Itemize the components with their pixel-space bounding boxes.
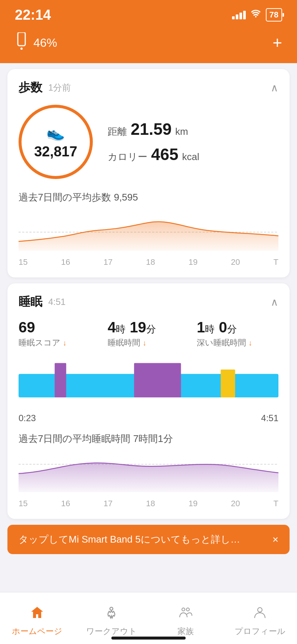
deep-sleep-label: 深い睡眠時間 ↓ xyxy=(197,337,278,348)
status-time: 22:14 xyxy=(15,7,51,23)
header-bar: 46% + xyxy=(0,30,297,63)
sleep-time-down-arrow: ↓ xyxy=(143,339,146,347)
sleep-card: 睡眠 4:51 ∧ 69 睡眠スコア ↓ 4時 19分 睡眠時間 ↓ xyxy=(7,283,290,519)
distance-value: 21.59 xyxy=(131,120,172,139)
sleep-bar-chart xyxy=(19,359,278,407)
steps-count: 32,817 xyxy=(34,144,77,160)
sleep-time-metric: 4時 19分 睡眠時間 ↓ xyxy=(108,319,189,348)
sleep-score-label: 睡眠スコア ↓ xyxy=(19,337,100,348)
sleep-metrics: 69 睡眠スコア ↓ 4時 19分 睡眠時間 ↓ 1時 0分 xyxy=(19,319,278,348)
sleep-collapse-button[interactable]: ∧ xyxy=(271,296,278,308)
home-indicator xyxy=(111,637,186,640)
status-bar: 22:14 78 xyxy=(0,0,297,30)
toast-close-button[interactable]: × xyxy=(272,534,278,546)
score-down-arrow: ↓ xyxy=(63,339,66,347)
sleep-subtitle: 4:51 xyxy=(48,297,66,307)
toast-notification[interactable]: タップしてMi Smart Band 5についてもっと詳し… × xyxy=(7,525,290,554)
sleep-title: 睡眠 xyxy=(19,294,42,310)
steps-subtitle: 1分前 xyxy=(48,82,71,94)
nav-profile-label: プロフィール xyxy=(235,626,285,637)
calorie-unit: kcal xyxy=(182,151,199,163)
deep-sleep-value: 1時 0分 xyxy=(197,319,278,336)
steps-title: 歩数 xyxy=(19,79,42,96)
steps-avg-label: 過去7日間の平均歩数 9,595 xyxy=(19,191,278,204)
svg-rect-4 xyxy=(55,363,66,397)
calorie-row: カロリー 465 kcal xyxy=(108,145,199,164)
steps-chart-labels: 15 16 17 18 19 20 T xyxy=(19,257,278,267)
bottom-nav: ホームページ ワークアウト 家族 プロフィール xyxy=(0,592,297,644)
device-info: 46% xyxy=(15,32,57,53)
footprint-icon: 👟 xyxy=(46,124,65,142)
steps-stats: 距離 21.59 km カロリー 465 kcal xyxy=(108,120,199,164)
sleep-time-value: 4時 19分 xyxy=(108,319,189,336)
sleep-time-labels: 0:23 4:51 xyxy=(19,413,278,423)
family-icon xyxy=(179,605,193,623)
svg-rect-5 xyxy=(134,363,181,397)
nav-family-label: 家族 xyxy=(177,626,194,637)
steps-circle: 👟 32,817 xyxy=(19,105,93,179)
svg-point-9 xyxy=(182,608,185,611)
status-icons: 78 xyxy=(232,8,282,22)
sleep-card-header: 睡眠 4:51 ∧ xyxy=(19,294,278,310)
sleep-start-time: 0:23 xyxy=(19,413,36,423)
device-percent: 46% xyxy=(33,36,57,50)
battery-indicator: 78 xyxy=(266,8,282,22)
signal-icon xyxy=(232,11,246,19)
steps-card-header: 歩数 1分前 ∧ xyxy=(19,79,278,96)
deep-sleep-metric: 1時 0分 深い睡眠時間 ↓ xyxy=(197,319,278,348)
svg-point-1 xyxy=(20,48,23,50)
svg-rect-0 xyxy=(18,32,25,46)
nav-home-label: ホームページ xyxy=(12,626,62,637)
svg-point-8 xyxy=(110,607,113,610)
workout-icon xyxy=(104,605,118,623)
sleep-chart-labels: 15 16 17 18 19 20 T xyxy=(19,499,278,508)
device-icon xyxy=(15,32,28,53)
nav-workout-label: ワークアウト xyxy=(86,626,137,637)
deep-sleep-down-arrow: ↓ xyxy=(248,339,252,347)
distance-unit: km xyxy=(175,126,188,137)
calorie-label: カロリー xyxy=(108,150,147,163)
steps-main: 👟 32,817 距離 21.59 km カロリー 465 kcal xyxy=(19,105,278,179)
svg-point-10 xyxy=(186,608,189,611)
steps-chart xyxy=(19,210,278,254)
sleep-time-label: 睡眠時間 ↓ xyxy=(108,337,189,348)
sleep-score-value: 69 xyxy=(19,319,100,336)
svg-rect-6 xyxy=(221,370,235,397)
sleep-avg-label: 過去7日間の平均睡眠時間 7時間1分 xyxy=(19,432,278,445)
profile-icon xyxy=(253,605,267,623)
sleep-weekly-chart xyxy=(19,451,278,496)
home-icon xyxy=(30,605,44,623)
wifi-icon xyxy=(250,9,261,21)
distance-label: 距離 xyxy=(108,125,127,138)
nav-profile[interactable]: プロフィール xyxy=(223,592,297,644)
svg-point-11 xyxy=(258,608,262,612)
steps-collapse-button[interactable]: ∧ xyxy=(271,82,278,94)
nav-home[interactable]: ホームページ xyxy=(0,592,74,644)
distance-row: 距離 21.59 km xyxy=(108,120,199,139)
calorie-value: 465 xyxy=(151,145,178,164)
steps-card: 歩数 1分前 ∧ 👟 32,817 距離 21.59 km カロリー 465 k… xyxy=(7,69,290,277)
sleep-score-metric: 69 睡眠スコア ↓ xyxy=(19,319,100,348)
sleep-end-time: 4:51 xyxy=(261,413,278,423)
toast-text: タップしてMi Smart Band 5についてもっと詳し… xyxy=(19,533,267,546)
add-button[interactable]: + xyxy=(272,35,282,51)
